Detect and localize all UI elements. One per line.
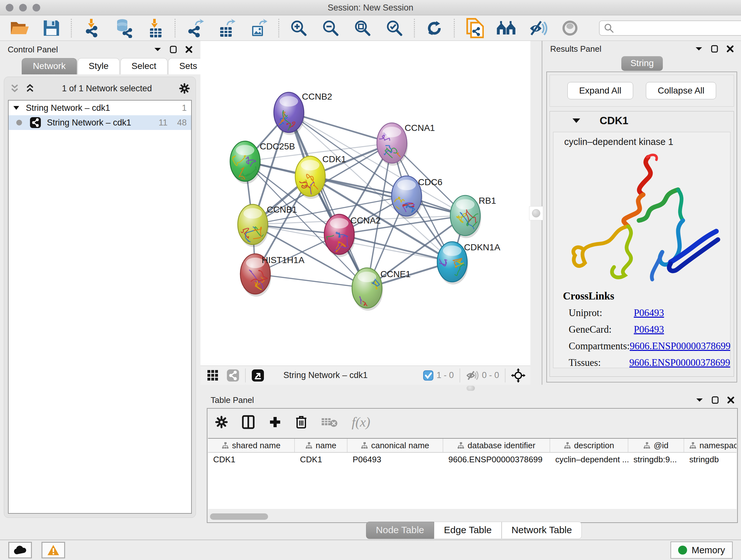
node-count: 11 (158, 118, 167, 128)
column-header-name[interactable]: name (295, 439, 347, 452)
control-panel-menu-button[interactable] (154, 47, 161, 52)
open-session-button[interactable] (9, 17, 30, 39)
table-cell[interactable]: cyclin–dependent ... (550, 453, 628, 467)
fit-content-button[interactable] (511, 368, 525, 382)
zoom-out-button[interactable] (320, 17, 341, 39)
control-panel-close-button[interactable] (185, 46, 193, 53)
column-type-icon (643, 442, 650, 449)
results-panel-float-button[interactable] (711, 45, 718, 53)
table-cell[interactable]: CDK1 (208, 453, 295, 467)
toolbar-search-input[interactable] (614, 23, 741, 33)
table-panel-menu-button[interactable] (696, 397, 703, 402)
tab-edge-table[interactable]: Edge Table (434, 522, 502, 539)
table-cell[interactable]: stringdb:9... (628, 453, 684, 467)
hidden-node-edge-counts: 0 - 0 (482, 370, 499, 380)
add-column-button[interactable] (269, 416, 281, 428)
import-network-file-button[interactable] (81, 17, 102, 39)
hide-selected-button[interactable] (528, 17, 549, 39)
memory-button[interactable]: Memory (670, 542, 733, 559)
table-panel-close-button[interactable] (727, 396, 735, 404)
table-horizontal-scrollbar[interactable] (210, 513, 268, 520)
expand-all-button[interactable]: Expand All (567, 82, 633, 99)
tab-select[interactable]: Select (120, 58, 167, 74)
tab-network-table[interactable]: Network Table (502, 522, 582, 539)
results-panel-close-button[interactable] (726, 45, 734, 53)
node-CCNB2[interactable]: CCNB2 (267, 91, 332, 137)
table-panel-float-button[interactable] (712, 396, 719, 404)
selected-checkbox-icon[interactable] (423, 370, 433, 381)
export-table-button[interactable] (216, 17, 238, 39)
tab-network[interactable]: Network (22, 58, 77, 74)
select-columns-button[interactable] (242, 415, 255, 429)
export-network-button[interactable] (185, 17, 205, 39)
node-CCNE1[interactable]: CCNE1 (352, 268, 411, 324)
network-view-share-button[interactable] (226, 369, 239, 382)
houses-icon (495, 20, 517, 37)
open-session-file-button[interactable] (464, 17, 485, 39)
collapse-all-networks-button[interactable] (10, 84, 19, 93)
network-selection-status: 1 of 1 Network selected (35, 84, 179, 94)
network-manager-panel: 1 of 1 Network selected String Network –… (4, 77, 196, 518)
float-window-icon (711, 45, 718, 53)
tab-style[interactable]: Style (77, 58, 120, 74)
collapse-all-button[interactable]: Collapse All (646, 82, 716, 99)
control-panel-float-button[interactable] (170, 46, 177, 53)
control-panel: Control Panel NetworkStyleSelectSets (0, 41, 200, 540)
crosslink-link[interactable]: P06493 (634, 307, 664, 319)
network-options-button[interactable] (179, 83, 190, 94)
import-network-database-button[interactable] (113, 17, 134, 39)
crosslink-link[interactable]: P06493 (634, 324, 664, 335)
grid-view-button[interactable] (207, 369, 219, 381)
column-header-namespace[interactable]: namespace (684, 439, 737, 452)
node-label-CDC6: CDC6 (418, 177, 442, 187)
function-builder-button[interactable]: f(x) (352, 415, 370, 430)
column-header-description[interactable]: description (550, 439, 628, 452)
edge-HIST1H1A-CCNE1[interactable] (255, 274, 367, 288)
gene-collapse-button[interactable] (572, 118, 581, 124)
export-image-button[interactable] (248, 17, 269, 39)
expand-all-networks-button[interactable] (25, 84, 35, 93)
network-collection-row[interactable]: String Network – cdk1 1 (9, 101, 191, 115)
show-all-networks-button[interactable] (495, 17, 517, 39)
column-header--id[interactable]: @id (628, 439, 684, 452)
crosslink-link[interactable]: 9606.ENSP00000378699 (629, 357, 730, 368)
results-panel-menu-button[interactable] (695, 46, 703, 51)
splitter-handle[interactable] (529, 206, 543, 220)
node-RB1[interactable]: RB1 (450, 195, 496, 238)
network-row[interactable]: String Network – cdk1 11 48 (9, 115, 191, 130)
column-header-database-identifier[interactable]: database identifier (443, 439, 550, 452)
column-header-shared-name[interactable]: shared name (208, 439, 295, 452)
node-CCNA2[interactable]: CCNA2 (323, 214, 381, 257)
cloud-status-button[interactable] (8, 542, 32, 558)
show-selected-button[interactable] (559, 17, 581, 39)
window-title: Session: New Session (0, 3, 741, 13)
column-header-canonical-name[interactable]: canonical name (347, 439, 443, 452)
table-options-button[interactable] (215, 416, 228, 428)
node-CCNB1[interactable]: CCNB1 (238, 204, 297, 247)
table-cell[interactable]: 9606.ENSP00000378699 (443, 453, 550, 467)
node-CCNA1[interactable]: CCNA1 (377, 123, 435, 173)
warnings-button[interactable] (42, 542, 65, 558)
tab-string[interactable]: String (621, 56, 663, 71)
crosslink-link[interactable]: 9606.ENSP00000378699 (630, 340, 731, 352)
save-session-button[interactable] (41, 17, 62, 39)
node-table[interactable]: shared namenamecanonical namedatabase id… (208, 438, 737, 509)
delete-column-button[interactable] (295, 415, 307, 429)
table-cell[interactable]: CDK1 (295, 453, 347, 467)
table-row[interactable]: CDK1CDK1P064939606.ENSP00000378699cyclin… (208, 453, 737, 467)
horizontal-splitter-handle[interactable] (467, 386, 475, 391)
zoom-in-button[interactable] (288, 17, 309, 39)
zoom-fit-button[interactable] (352, 17, 373, 39)
zoom-selected-button[interactable] (384, 17, 405, 39)
node-CDKN1A[interactable]: CDKN1A (436, 242, 500, 285)
column-type-icon (689, 442, 696, 449)
refresh-button[interactable] (424, 17, 445, 39)
network-canvas[interactable]: CCNB2CCNA1CDC25BCDK1CDC6RB1CCNB1CCNA2CDK… (200, 41, 530, 366)
table-cell[interactable]: stringdb (684, 453, 737, 467)
import-table-file-button[interactable] (145, 17, 165, 39)
tab-node-table[interactable]: Node Table (366, 522, 434, 539)
birds-eye-view-button[interactable] (252, 369, 264, 382)
node-CDC25B[interactable]: CDC25B (225, 141, 295, 186)
table-cell[interactable]: P06493 (347, 453, 443, 467)
delete-table-button[interactable] (321, 416, 338, 428)
